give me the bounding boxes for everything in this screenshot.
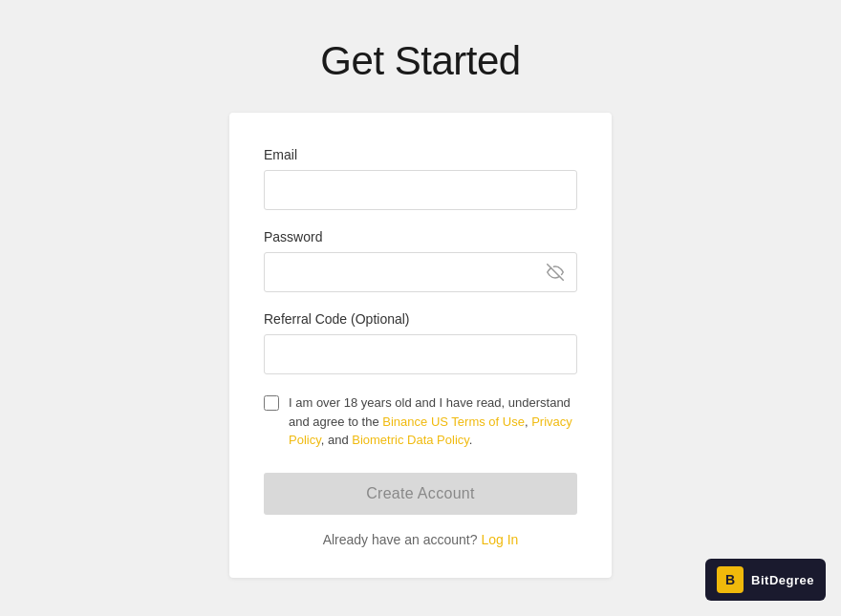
registration-form-card: Email Password Referral Code (Optional) … bbox=[229, 113, 612, 578]
referral-label: Referral Code (Optional) bbox=[264, 311, 577, 327]
terms-of-use-link[interactable]: Binance US Terms of Use bbox=[382, 414, 525, 429]
bitdegree-badge: B BitDegree bbox=[705, 559, 826, 601]
password-field-group: Password bbox=[264, 229, 577, 292]
login-link[interactable]: Log In bbox=[481, 532, 518, 547]
terms-label: I am over 18 years old and I have read, … bbox=[289, 393, 577, 450]
email-input[interactable] bbox=[264, 170, 577, 210]
toggle-password-button[interactable] bbox=[543, 260, 568, 285]
bitdegree-label: BitDegree bbox=[751, 573, 814, 587]
create-account-button[interactable]: Create Account bbox=[264, 473, 577, 515]
email-field-group: Email bbox=[264, 147, 577, 210]
referral-field-group: Referral Code (Optional) bbox=[264, 311, 577, 374]
referral-input[interactable] bbox=[264, 334, 577, 374]
eye-slash-icon bbox=[547, 264, 564, 281]
login-prompt: Already have an account? Log In bbox=[264, 532, 577, 547]
terms-checkbox-area: I am over 18 years old and I have read, … bbox=[264, 393, 577, 450]
password-wrapper bbox=[264, 252, 577, 292]
biometric-policy-link[interactable]: Biometric Data Policy bbox=[352, 433, 469, 447]
email-label: Email bbox=[264, 147, 577, 162]
password-input[interactable] bbox=[264, 252, 577, 292]
page-title: Get Started bbox=[320, 38, 520, 84]
bitdegree-logo-icon: B bbox=[717, 566, 744, 593]
terms-checkbox[interactable] bbox=[264, 395, 279, 411]
password-label: Password bbox=[264, 229, 577, 244]
